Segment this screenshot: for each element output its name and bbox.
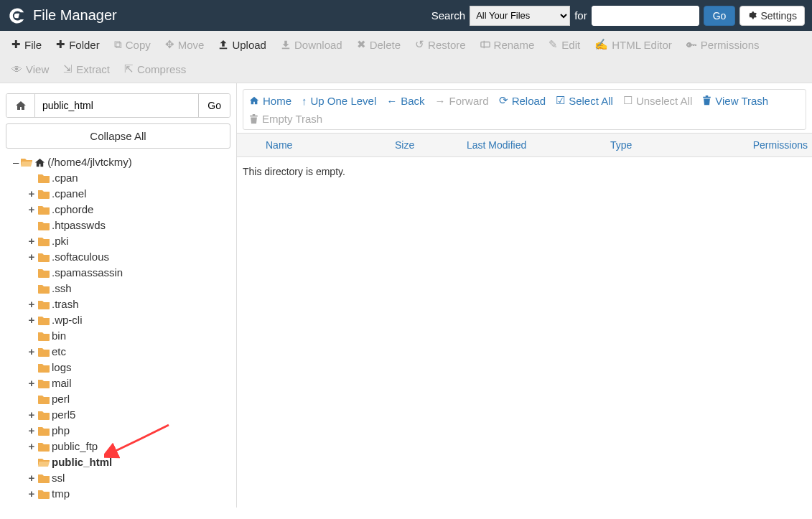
tree-item-label[interactable]: tmp <box>52 486 70 502</box>
tree-item--pki[interactable]: +.pki <box>27 233 232 249</box>
tree-item-label[interactable]: .softaculous <box>52 249 109 265</box>
search-scope-select[interactable]: All Your Files <box>470 6 570 26</box>
tree-item-label[interactable]: .htpasswds <box>52 218 106 233</box>
tree-item--softaculous[interactable]: +.softaculous <box>27 249 232 265</box>
expand-icon[interactable]: + <box>27 249 36 265</box>
tree-item-label[interactable]: .cphorde <box>52 202 93 218</box>
nav-up-button[interactable]: ↑Up One Level <box>302 94 376 107</box>
search-input[interactable] <box>592 6 699 26</box>
new-folder-button[interactable]: ✚Folder <box>49 34 107 55</box>
view-button[interactable]: 👁View <box>4 58 56 80</box>
home-icon <box>249 95 259 106</box>
tree-item-label[interactable]: .wp-cli <box>52 312 83 328</box>
tree-item-label[interactable]: .spamassassin <box>52 265 123 281</box>
compress-button[interactable]: ⇱Compress <box>117 58 193 80</box>
tree-item-label[interactable]: .ssh <box>52 281 72 296</box>
unselect-all-button[interactable]: ☐Unselect All <box>623 94 692 107</box>
nav-back-button[interactable]: ←Back <box>386 94 424 107</box>
tree-item-label[interactable]: php <box>52 423 70 439</box>
column-modified[interactable]: Last Modified <box>467 139 610 151</box>
tree-item-public-ftp[interactable]: +public_ftp <box>27 439 232 454</box>
expand-icon[interactable]: + <box>27 312 36 328</box>
path-go-button[interactable]: Go <box>198 94 230 117</box>
tree-item-etc[interactable]: +etc <box>27 344 232 360</box>
permissions-button[interactable]: 🔑︎Permissions <box>679 34 767 55</box>
move-button[interactable]: ✥Move <box>158 34 212 55</box>
tree-item--cpanel[interactable]: +.cpanel <box>27 186 232 202</box>
expand-icon[interactable]: + <box>27 202 36 218</box>
folder-icon <box>38 237 50 246</box>
main-area: Go Collapse All – (/home4/jlvtckmy) .cpa… <box>0 83 812 508</box>
restore-button[interactable]: ↺Restore <box>408 34 473 55</box>
delete-button[interactable]: ✖Delete <box>350 34 408 55</box>
tree-item-label[interactable]: perl <box>52 391 70 407</box>
expand-icon[interactable]: + <box>27 486 36 502</box>
tree-item-perl5[interactable]: +perl5 <box>27 407 232 423</box>
collapse-icon[interactable]: – <box>13 154 19 170</box>
tree-item--wp-cli[interactable]: +.wp-cli <box>27 312 232 328</box>
expand-icon[interactable]: + <box>27 423 36 439</box>
edit-button[interactable]: ✎Edit <box>541 34 587 55</box>
download-button[interactable]: Download <box>274 34 350 55</box>
tree-item-label[interactable]: ssl <box>52 470 65 486</box>
html-editor-button[interactable]: ✍HTML Editor <box>587 34 679 55</box>
path-input[interactable] <box>35 94 198 117</box>
grid-header: Name Size Last Modified Type Permissions <box>237 133 812 157</box>
column-name[interactable]: Name <box>237 139 395 151</box>
column-size[interactable]: Size <box>395 139 467 151</box>
tree-item-tmp[interactable]: +tmp <box>27 486 232 502</box>
home-icon-button[interactable] <box>6 94 35 117</box>
tree-item--cpan[interactable]: .cpan <box>27 170 232 186</box>
collapse-all-button[interactable]: Collapse All <box>6 123 230 149</box>
column-type[interactable]: Type <box>610 139 739 151</box>
rename-button[interactable]: Rename <box>473 34 542 55</box>
expand-icon[interactable]: + <box>27 233 36 249</box>
expand-icon[interactable]: + <box>27 407 36 423</box>
copy-button[interactable]: ⧉Copy <box>107 34 158 55</box>
extract-button[interactable]: ⇲Extract <box>56 58 117 80</box>
tree-item-label[interactable]: mail <box>52 375 72 391</box>
tree-item--spamassassin[interactable]: .spamassassin <box>27 265 232 281</box>
expand-icon[interactable]: + <box>27 296 36 312</box>
tree-item--htpasswds[interactable]: .htpasswds <box>27 218 232 233</box>
settings-button[interactable]: Settings <box>739 6 805 26</box>
tree-item-label[interactable]: bin <box>52 328 66 344</box>
tree-item-public-html[interactable]: public_html <box>27 454 232 470</box>
tree-item--cphorde[interactable]: +.cphorde <box>27 202 232 218</box>
view-trash-button[interactable]: View Trash <box>702 94 768 107</box>
nav-home-button[interactable]: Home <box>249 94 291 107</box>
tree-item-label[interactable]: .trash <box>52 296 79 312</box>
select-all-button[interactable]: ☑Select All <box>556 94 613 107</box>
reload-button[interactable]: ⟳Reload <box>499 94 546 107</box>
arrow-right-icon: → <box>435 95 446 107</box>
tree-item-logs[interactable]: logs <box>27 360 232 375</box>
tree-item-label[interactable]: public_ftp <box>52 439 98 454</box>
tree-item-label[interactable]: etc <box>52 344 66 360</box>
tree-item--trash[interactable]: +.trash <box>27 296 232 312</box>
tree-item-bin[interactable]: bin <box>27 328 232 344</box>
expand-icon[interactable]: + <box>27 344 36 360</box>
tree-item-label[interactable]: .cpanel <box>52 186 86 202</box>
tree-root[interactable]: – (/home4/jlvtckmy) <box>4 154 232 170</box>
new-file-button[interactable]: ✚File <box>4 34 49 55</box>
search-go-button[interactable]: Go <box>704 6 736 26</box>
nav-forward-button[interactable]: →Forward <box>435 94 489 107</box>
tree-item-php[interactable]: +php <box>27 423 232 439</box>
empty-trash-button[interactable]: Empty Trash <box>249 113 322 125</box>
tree-item-label[interactable]: .pki <box>52 233 68 249</box>
expand-icon[interactable]: + <box>27 439 36 454</box>
tree-item-mail[interactable]: +mail <box>27 375 232 391</box>
expand-icon[interactable]: + <box>27 375 36 391</box>
column-permissions[interactable]: Permissions <box>739 139 812 151</box>
tree-item--ssh[interactable]: .ssh <box>27 281 232 296</box>
upload-button[interactable]: Upload <box>211 34 274 55</box>
tree-item-label[interactable]: logs <box>52 360 72 375</box>
expand-icon[interactable]: + <box>27 470 36 486</box>
tree-root-label[interactable]: (/home4/jlvtckmy) <box>47 154 132 170</box>
expand-icon[interactable]: + <box>27 186 36 202</box>
tree-item-label[interactable]: .cpan <box>52 170 78 186</box>
tree-item-ssl[interactable]: +ssl <box>27 470 232 486</box>
tree-item-perl[interactable]: perl <box>27 391 232 407</box>
tree-item-label[interactable]: perl5 <box>52 407 75 423</box>
tree-item-label[interactable]: public_html <box>52 454 112 470</box>
